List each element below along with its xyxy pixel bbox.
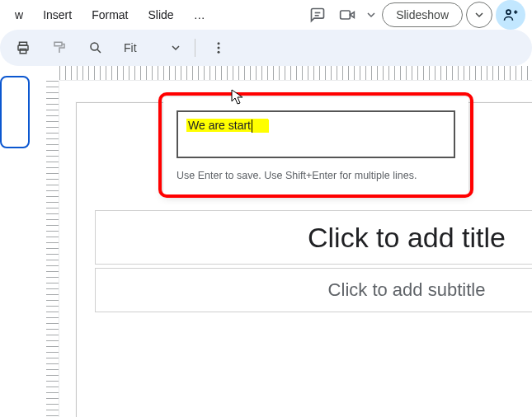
zoom-icon[interactable] <box>82 35 109 61</box>
svg-point-11 <box>217 47 219 49</box>
svg-point-8 <box>91 43 98 50</box>
toolbar: Fit <box>0 30 532 66</box>
video-call-icon[interactable] <box>334 2 360 28</box>
svg-line-9 <box>97 49 101 53</box>
canvas-area: Click to add title Click to add subtitle… <box>46 66 532 417</box>
highlight-tail <box>252 119 269 133</box>
speaker-notes-hint: Use Enter to save. Use Shift+Enter for m… <box>177 170 455 181</box>
video-dropdown-icon[interactable] <box>364 2 379 28</box>
speaker-notes-input[interactable]: We are starting <box>177 110 455 158</box>
horizontal-ruler <box>59 66 532 81</box>
zoom-level-label: Fit <box>124 41 137 54</box>
slide-thumbnail-1[interactable] <box>0 76 30 148</box>
svg-point-12 <box>217 51 219 54</box>
slideshow-button[interactable]: Slideshow <box>382 2 463 27</box>
svg-rect-7 <box>54 42 62 46</box>
subtitle-placeholder[interactable]: Click to add subtitle <box>95 268 532 312</box>
menu-more[interactable]: … <box>186 3 214 26</box>
paint-format-icon[interactable] <box>46 35 73 61</box>
vertical-ruler <box>46 81 59 417</box>
print-icon[interactable] <box>10 35 36 61</box>
menu-bar: w Insert Format Slide … Slideshow <box>0 0 532 30</box>
menu-format[interactable]: Format <box>83 3 136 26</box>
menu-insert[interactable]: Insert <box>35 3 80 26</box>
share-button[interactable] <box>496 0 525 30</box>
svg-rect-2 <box>341 11 351 19</box>
speaker-notes-popup: We are starting Use Enter to save. Use S… <box>163 97 468 194</box>
menu-view-partial[interactable]: w <box>7 3 31 26</box>
zoom-dropdown[interactable]: Fit <box>119 38 185 58</box>
title-placeholder[interactable]: Click to add title <box>95 210 532 265</box>
toolbar-divider <box>195 39 195 57</box>
svg-point-10 <box>217 42 219 45</box>
more-options-icon[interactable] <box>205 35 232 61</box>
slide-thumbnail-panel <box>0 66 46 417</box>
svg-point-3 <box>506 10 511 14</box>
menu-slide[interactable]: Slide <box>139 3 181 26</box>
comment-history-icon[interactable] <box>304 2 331 28</box>
slideshow-dropdown[interactable] <box>466 2 492 28</box>
slideshow-label: Slideshow <box>396 8 449 21</box>
present-camera-group <box>334 2 379 28</box>
workspace: Click to add title Click to add subtitle… <box>0 66 532 417</box>
